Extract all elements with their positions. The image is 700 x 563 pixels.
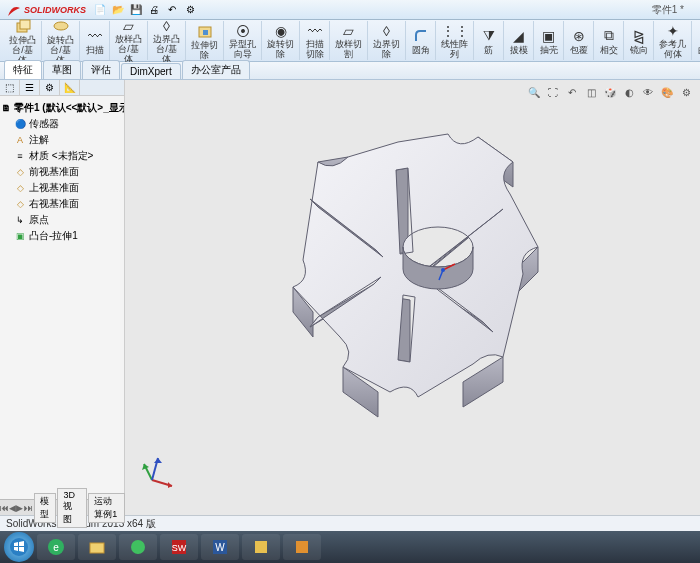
intersect-button[interactable]: ⧉相交 xyxy=(594,21,624,60)
taskbar-solidworks-button[interactable]: SW xyxy=(160,534,198,560)
cut-sweep-icon: 〰 xyxy=(306,23,324,39)
panel-tab-property-icon[interactable]: ☰ xyxy=(20,80,40,95)
boss-extrude-button[interactable]: 拉伸凸台/基体 xyxy=(4,21,42,60)
revolve-icon xyxy=(52,17,70,35)
fillet-button[interactable]: 圆角 xyxy=(406,21,436,60)
windows-taskbar: e SW W xyxy=(0,531,700,563)
curves-button[interactable]: ∿曲线 xyxy=(692,21,700,60)
qat-open-icon[interactable]: 📂 xyxy=(110,2,126,18)
panel-tab-feature-icon[interactable]: ⬚ xyxy=(0,80,20,95)
title-bar: SOLIDWORKS 📄 📂 💾 🖨 ↶ ⚙ 零件1 * xyxy=(0,0,700,20)
linear-pattern-button[interactable]: ⋮⋮线性阵列 xyxy=(436,21,474,60)
panel-tab-config-icon[interactable]: ⚙ xyxy=(40,80,60,95)
tree-root[interactable]: 🗎零件1 (默认<<默认>_显示状态 xyxy=(2,100,122,116)
mirror-button[interactable]: ⧎镜向 xyxy=(624,21,654,60)
taskbar-word-button[interactable]: W xyxy=(201,534,239,560)
orientation-triad-icon[interactable] xyxy=(140,450,180,490)
taskbar-app1-button[interactable] xyxy=(119,534,157,560)
view-settings-icon[interactable]: ⚙ xyxy=(678,84,694,100)
graphics-viewport[interactable]: 🔍 ⛶ ↶ ◫ 🎲 ◐ 👁 🎨 ⚙ xyxy=(125,80,700,515)
quick-access-toolbar: 📄 📂 💾 🖨 ↶ ⚙ xyxy=(92,2,198,18)
wrap-button[interactable]: ⊛包覆 xyxy=(564,21,594,60)
sheet-tab-model[interactable]: 模型 xyxy=(34,493,57,523)
scene-icon[interactable]: 🎨 xyxy=(659,84,675,100)
shell-button[interactable]: ▣抽壳 xyxy=(534,21,564,60)
zoom-area-icon[interactable]: ⛶ xyxy=(545,84,561,100)
cut-extrude-button[interactable]: 拉伸切除 xyxy=(186,21,224,60)
display-style-icon[interactable]: ◐ xyxy=(621,84,637,100)
svg-text:e: e xyxy=(53,542,59,553)
boundary-button[interactable]: ◊边界凸台/基体 xyxy=(148,21,186,60)
taskbar-browser-button[interactable]: e xyxy=(37,534,75,560)
taskbar-app2-button[interactable] xyxy=(242,534,280,560)
tree-extrude1[interactable]: ▣凸台-拉伸1 xyxy=(2,228,122,244)
extrude-icon xyxy=(14,17,32,35)
boss-sweep-button[interactable]: 〰扫描 xyxy=(80,21,110,60)
extrude-feature-icon: ▣ xyxy=(14,230,26,242)
material-icon: ≡ xyxy=(14,150,26,162)
cut-revolve-button[interactable]: ◉旋转切除 xyxy=(262,21,300,60)
panel-tab-row: ⬚ ☰ ⚙ 📐 xyxy=(0,80,124,96)
tree-origin[interactable]: ↳原点 xyxy=(2,212,122,228)
boundary-icon: ◊ xyxy=(158,18,176,34)
taskbar-explorer-button[interactable] xyxy=(78,534,116,560)
tree-top-plane[interactable]: ◇上视基准面 xyxy=(2,180,122,196)
svg-rect-18 xyxy=(90,543,104,553)
zoom-fit-icon[interactable]: 🔍 xyxy=(526,84,542,100)
tree-sensors[interactable]: 🔵传感器 xyxy=(2,116,122,132)
view-heads-up-toolbar: 🔍 ⛶ ↶ ◫ 🎲 ◐ 👁 🎨 ⚙ xyxy=(526,84,694,100)
sheet-first-icon[interactable]: ⏮ xyxy=(0,503,9,513)
reference-icon: ✦ xyxy=(664,23,682,39)
loft-icon: ▱ xyxy=(120,18,138,34)
feature-tree[interactable]: 🗎零件1 (默认<<默认>_显示状态 🔵传感器 A注解 ≡材质 <未指定> ◇前… xyxy=(0,96,124,515)
tree-right-plane[interactable]: ◇右视基准面 xyxy=(2,196,122,212)
tree-material[interactable]: ≡材质 <未指定> xyxy=(2,148,122,164)
command-tab-strip: 特征 草图 评估 DimXpert 办公室产品 xyxy=(0,62,700,80)
taskbar-app3-button[interactable] xyxy=(283,534,321,560)
sheet-tab-3dview[interactable]: 3D视图 xyxy=(57,488,87,528)
tree-annotations[interactable]: A注解 xyxy=(2,132,122,148)
qat-save-icon[interactable]: 💾 xyxy=(128,2,144,18)
tab-evaluate[interactable]: 评估 xyxy=(82,60,120,79)
pattern-icon: ⋮⋮ xyxy=(446,23,464,39)
reference-geometry-button[interactable]: ✦参考几何体 xyxy=(654,21,692,60)
sheet-last-icon[interactable]: ⏭ xyxy=(24,503,33,513)
cut-boundary-button[interactable]: ◊边界切除 xyxy=(368,21,406,60)
app-name: SOLIDWORKS xyxy=(24,5,86,15)
boss-loft-button[interactable]: ▱放样凸台/基体 xyxy=(110,21,148,60)
origin-icon: ↳ xyxy=(14,214,26,226)
qat-undo-icon[interactable]: ↶ xyxy=(164,2,180,18)
section-view-icon[interactable]: ◫ xyxy=(583,84,599,100)
panel-tab-dim-icon[interactable]: 📐 xyxy=(60,80,80,95)
qat-new-icon[interactable]: 📄 xyxy=(92,2,108,18)
shell-icon: ▣ xyxy=(540,27,558,45)
cut-extrude-icon xyxy=(196,22,214,40)
hole-wizard-button[interactable]: ⦿异型孔向导 xyxy=(224,21,262,60)
plane-icon: ◇ xyxy=(14,182,26,194)
tree-front-plane[interactable]: ◇前视基准面 xyxy=(2,164,122,180)
qat-print-icon[interactable]: 🖨 xyxy=(146,2,162,18)
cut-revolve-icon: ◉ xyxy=(272,23,290,39)
rib-button[interactable]: ⧩筋 xyxy=(474,21,504,60)
boss-revolve-button[interactable]: 旋转凸台/基体 xyxy=(42,21,80,60)
cut-loft-button[interactable]: ▱放样切割 xyxy=(330,21,368,60)
prev-view-icon[interactable]: ↶ xyxy=(564,84,580,100)
draft-button[interactable]: ◢拔模 xyxy=(504,21,534,60)
sheet-next-icon[interactable]: ▶ xyxy=(16,503,23,513)
tab-office[interactable]: 办公室产品 xyxy=(182,60,250,79)
sheet-prev-icon[interactable]: ◀ xyxy=(9,503,16,513)
ribbon-toolbar: 拉伸凸台/基体 旋转凸台/基体 〰扫描 ▱放样凸台/基体 ◊边界凸台/基体 拉伸… xyxy=(0,20,700,62)
tab-sketch[interactable]: 草图 xyxy=(43,60,81,79)
sheet-tabs: ⏮ ◀ ▶ ⏭ 模型 3D视图 运动算例1 xyxy=(0,499,125,515)
cut-sweep-button[interactable]: 〰扫描切除 xyxy=(300,21,330,60)
hide-show-icon[interactable]: 👁 xyxy=(640,84,656,100)
svg-marker-14 xyxy=(154,458,162,463)
tab-features[interactable]: 特征 xyxy=(4,60,42,79)
view-orient-icon[interactable]: 🎲 xyxy=(602,84,618,100)
tab-dimxpert[interactable]: DimXpert xyxy=(121,63,181,79)
svg-point-19 xyxy=(131,540,145,554)
sheet-tab-motion[interactable]: 运动算例1 xyxy=(88,493,125,523)
sensor-icon: 🔵 xyxy=(14,118,26,130)
start-button[interactable] xyxy=(4,532,34,562)
qat-options-icon[interactable]: ⚙ xyxy=(182,2,198,18)
